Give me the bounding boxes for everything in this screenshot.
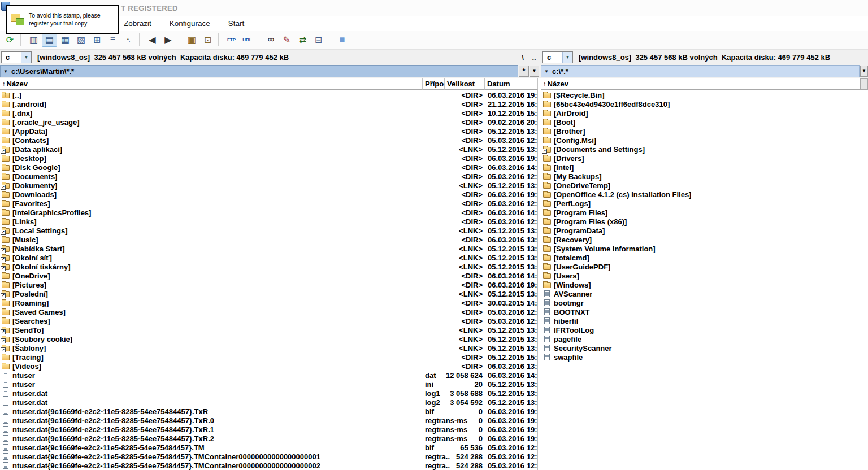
file-row[interactable]: [Boot] <box>541 118 868 127</box>
header-date[interactable]: Datum <box>485 78 538 90</box>
file-row[interactable]: hiberfil <box>541 316 868 325</box>
file-row[interactable]: bootmgr <box>541 298 868 307</box>
file-row[interactable]: [Brother] <box>541 127 868 136</box>
file-row[interactable]: AVScanner <box>541 289 868 298</box>
file-row[interactable]: [Favorites]<DIR>05.03.2016 12: <box>0 199 537 208</box>
drive-combo-left[interactable]: c ▼ <box>1 51 32 63</box>
file-row[interactable]: [Šablony]<LNK>05.12.2015 13: <box>0 343 537 352</box>
combo-caret-icon[interactable]: ▼ <box>21 52 31 63</box>
file-row[interactable]: [Tracing]<DIR>05.12.2015 15: <box>0 352 537 362</box>
file-row[interactable]: SecurityScanner <box>541 343 868 352</box>
file-row[interactable]: [.oracle_jre_usage]<DIR>09.02.2016 20: <box>0 118 537 127</box>
file-row[interactable]: [AppData]<DIR>05.12.2015 13: <box>0 127 537 136</box>
file-row[interactable]: [Desktop]<DIR>06.03.2016 19: <box>0 154 537 163</box>
file-row[interactable]: [UserGuidePDF] <box>541 262 868 271</box>
file-row[interactable]: [PerfLogs] <box>541 199 868 208</box>
cube-icon[interactable]: ■ <box>335 32 350 47</box>
history-dropdown-button-right[interactable]: ▼ <box>860 66 868 77</box>
menu-zobrazit[interactable]: Zobrazit <box>123 18 152 29</box>
header-extension[interactable]: Přípo <box>423 78 445 90</box>
file-row[interactable]: [AirDroid] <box>541 108 868 118</box>
file-row[interactable]: ntuser.dat{9c1669fd-e2c2-11e5-8285-54ee7… <box>0 434 537 443</box>
header-name-left[interactable]: ↑ Název <box>0 78 423 90</box>
file-row[interactable]: ntuser.dat{9c1669fd-e2c2-11e5-8285-54ee7… <box>0 416 537 425</box>
full-view-icon[interactable]: ▤ <box>42 32 57 47</box>
file-row[interactable]: [Drivers] <box>541 154 868 163</box>
refresh-icon[interactable]: ⟳ <box>2 32 18 47</box>
comments-view-icon[interactable]: ≡ <box>105 32 120 47</box>
file-list-left[interactable]: [..]<DIR>06.03.2016 19:[.android]<DIR>21… <box>0 90 538 470</box>
filter-icon[interactable]: *, <box>121 32 136 47</box>
back-icon[interactable]: ◀ <box>145 32 160 47</box>
file-row[interactable]: BOOTNXT <box>541 307 868 316</box>
file-row[interactable]: [Saved Games]<DIR>05.03.2016 12: <box>0 307 537 316</box>
tree-view-icon[interactable]: ⊞ <box>89 32 105 47</box>
file-row[interactable]: ntuser.dat{9c1669fe-e2c2-11e5-8285-54ee7… <box>0 452 537 461</box>
file-row[interactable]: [Nabídka Start]<LNK>05.12.2015 13: <box>0 244 537 253</box>
file-row[interactable]: [SendTo]<LNK>05.12.2015 13: <box>0 325 537 334</box>
file-row[interactable]: [Searches]<DIR>05.03.2016 12: <box>0 316 537 325</box>
file-row[interactable]: ntuserdat12 058 62406.03.2016 14: <box>0 371 537 380</box>
file-row[interactable]: [$Recycle.Bin] <box>541 90 868 99</box>
file-row[interactable]: [Music]<DIR>06.03.2016 13: <box>0 235 537 244</box>
quick-view-icon[interactable]: ▧ <box>73 32 89 47</box>
file-row[interactable]: [IntelGraphicsProfiles]<DIR>06.03.2016 1… <box>0 208 537 217</box>
file-row[interactable]: [Dokumenty]<LNK>05.12.2015 13: <box>0 181 537 190</box>
favorites-star-button[interactable]: * <box>519 66 529 77</box>
file-row[interactable]: [Local Settings]<LNK>05.12.2015 13: <box>0 226 537 235</box>
history-dropdown-button-left[interactable]: ▼ <box>530 66 539 77</box>
file-row[interactable]: ntuserini2005.12.2015 13: <box>0 380 537 389</box>
multi-rename-icon[interactable]: ✎ <box>279 32 294 47</box>
trial-stamp-popup[interactable]: To avoid this stamp, please register you… <box>6 5 119 34</box>
header-name-right[interactable]: ↑ Název <box>541 78 860 90</box>
root-dir-button[interactable]: \ <box>518 52 528 63</box>
file-row[interactable]: ntuser.datlog23 054 59205.12.2015 13: <box>0 398 537 407</box>
unpack-icon[interactable]: ⊡ <box>200 32 215 47</box>
file-row[interactable]: [Documents and Settings] <box>541 145 868 154</box>
header-size[interactable]: Velikost <box>445 78 485 90</box>
sync-dirs-icon[interactable]: ⇄ <box>295 32 310 47</box>
parent-dir-button[interactable]: .. <box>529 52 539 63</box>
file-row[interactable]: [.android]<DIR>21.12.2015 16: <box>0 99 537 108</box>
header-corner-button[interactable] <box>860 78 868 90</box>
file-row[interactable]: [Config.Msi] <box>541 136 868 145</box>
file-row[interactable]: [Contacts]<DIR>05.03.2016 12: <box>0 136 537 145</box>
file-row[interactable]: [ProgramData] <box>541 226 868 235</box>
ftp-connect-icon[interactable]: FTP <box>224 32 239 47</box>
current-path-right[interactable]: ▼ c:\*.* <box>541 65 860 77</box>
file-row[interactable]: [Disk Google]<DIR>06.03.2016 14: <box>0 163 537 172</box>
file-row[interactable]: [Soubory cookie]<LNK>05.12.2015 13: <box>0 334 537 343</box>
file-row[interactable]: [Documents]<DIR>05.03.2016 12: <box>0 172 537 181</box>
file-row[interactable]: swapfile <box>541 352 868 362</box>
file-row[interactable]: [Users] <box>541 271 868 280</box>
file-row[interactable]: [OneDriveTemp] <box>541 181 868 190</box>
file-list-right[interactable]: [$Recycle.Bin][65bc43e4d9430e1ff6edf8dce… <box>541 90 868 470</box>
current-path-left[interactable]: ▼ c:\Users\Martin\*.* <box>0 65 518 77</box>
file-row[interactable]: [Intel] <box>541 163 868 172</box>
search-icon[interactable]: ∞ <box>263 32 279 47</box>
file-row[interactable]: [Data aplikací]<LNK>05.12.2015 13: <box>0 145 537 154</box>
ftp-url-icon[interactable]: URL <box>240 32 255 47</box>
file-row[interactable]: [Poslední]<LNK>05.12.2015 13: <box>0 289 537 298</box>
combo-caret-icon[interactable]: ▼ <box>562 52 572 63</box>
menu-konfigurace[interactable]: Konfigurace <box>169 18 211 29</box>
file-row[interactable]: [Links]<DIR>05.03.2016 12: <box>0 217 537 226</box>
file-row[interactable]: [Roaming]<DIR>30.03.2015 14: <box>0 298 537 307</box>
file-row[interactable]: [Downloads]<DIR>06.03.2016 19: <box>0 190 537 199</box>
file-row[interactable]: [Windows] <box>541 280 868 289</box>
file-row[interactable]: ntuser.dat{9c1669fd-e2c2-11e5-8285-54ee7… <box>0 425 537 434</box>
file-row[interactable]: [Okolní tiskárny]<LNK>05.12.2015 13: <box>0 262 537 271</box>
file-row[interactable]: [My Backups] <box>541 172 868 181</box>
file-row[interactable]: [totalcmd] <box>541 253 868 262</box>
file-row[interactable]: [65bc43e4d9430e1ff6edf8dce310] <box>541 99 868 108</box>
file-row[interactable]: [Recovery] <box>541 235 868 244</box>
thumbnails-view-icon[interactable]: ▦ <box>58 32 73 47</box>
file-row[interactable]: [.dnx]<DIR>10.12.2015 15: <box>0 108 537 118</box>
menu-start[interactable]: Start <box>228 18 245 29</box>
compare-icon[interactable]: ⊟ <box>311 32 326 47</box>
forward-icon[interactable]: ▶ <box>160 32 176 47</box>
file-row[interactable]: [OpenOffice 4.1.2 (cs) Installation File… <box>541 190 868 199</box>
file-row[interactable]: ntuser.dat{9c1669fd-e2c2-11e5-8285-54ee7… <box>0 407 537 416</box>
file-row[interactable]: [System Volume Information] <box>541 244 868 253</box>
file-row[interactable]: [..]<DIR>06.03.2016 19: <box>0 90 537 99</box>
